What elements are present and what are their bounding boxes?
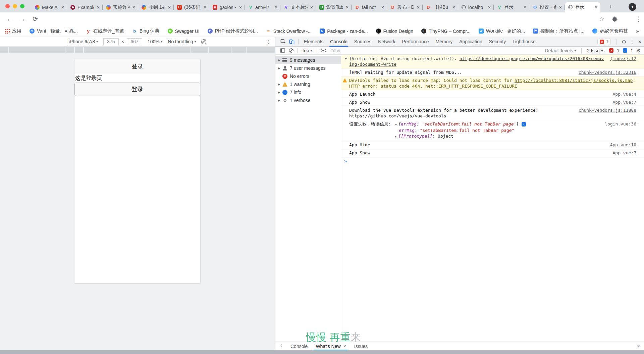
- devtools-menu-kebab-icon[interactable]: ⋮: [630, 39, 635, 45]
- browser-tab[interactable]: Make A✕: [32, 2, 67, 12]
- inspect-element-icon[interactable]: [279, 37, 287, 46]
- bookmark-item[interactable]: PPHP 设计模式说明...: [208, 28, 258, 34]
- live-expression-eye-icon[interactable]: [319, 46, 328, 55]
- source-link[interactable]: login.vue:36: [605, 121, 636, 127]
- collapse-arrow-icon[interactable]: ▼: [395, 123, 397, 126]
- bookmark-item[interactable]: FFusion Design: [376, 29, 414, 34]
- tab-close-icon[interactable]: ✕: [203, 5, 207, 10]
- source-link[interactable]: (index):12: [610, 56, 636, 61]
- console-message-log[interactable]: App.vue:7 App Show: [341, 98, 644, 106]
- console-sidebar-item[interactable]: ✕No errors: [275, 72, 341, 80]
- drawer-close-icon[interactable]: ✕: [637, 344, 644, 349]
- browser-tab[interactable]: Vantv-l7✕: [245, 2, 280, 12]
- execution-context-select[interactable]: top▾: [300, 48, 315, 53]
- expand-arrow-icon[interactable]: ▶: [278, 67, 282, 70]
- bookmark-item[interactable]: ≡Stack Overflow -...: [266, 29, 312, 34]
- console-sidebar-toggle-icon[interactable]: [278, 46, 287, 55]
- tab-search-button[interactable]: ▾: [629, 3, 636, 11]
- device-select[interactable]: iPhone 6/7/8▾: [69, 39, 98, 44]
- console-sidebar-item[interactable]: ▶⚙1 verbose: [275, 96, 341, 104]
- devtools-settings-gear-icon[interactable]: ⚙: [622, 39, 626, 45]
- evaluated-info-icon[interactable]: i: [522, 122, 526, 127]
- expand-arrow-icon[interactable]: ▶: [278, 99, 282, 102]
- console-message-log[interactable]: App.vue:4 App Launch: [341, 90, 644, 98]
- bookmark-item[interactable]: NPackage - zan-de...: [320, 29, 368, 34]
- forward-button[interactable]: →: [17, 12, 28, 26]
- tab-close-icon[interactable]: ✕: [239, 5, 242, 10]
- console-message-log[interactable]: App.vue:10 App Hide: [341, 141, 644, 149]
- tab-close-icon[interactable]: ✕: [168, 5, 171, 10]
- devtools-tab-network[interactable]: Network: [375, 37, 398, 47]
- message-link[interactable]: https://github.com/vuejs/vue-devtools: [349, 113, 446, 118]
- devtools-tab-elements[interactable]: Elements: [301, 37, 327, 47]
- object-prototype-row[interactable]: ▶[[Prototype]]: Object: [395, 133, 636, 140]
- tab-close-icon[interactable]: ✕: [97, 5, 100, 10]
- tab-close-icon[interactable]: ✕: [132, 5, 136, 10]
- console-settings-gear-icon[interactable]: ⚙: [637, 48, 641, 54]
- source-link[interactable]: App.vue:4: [613, 91, 636, 97]
- tab-close-icon[interactable]: ✕: [559, 5, 562, 10]
- browser-tab[interactable]: 收到 1封✕: [138, 2, 174, 12]
- back-button[interactable]: ←: [4, 12, 15, 26]
- devtools-close-icon[interactable]: ✕: [638, 39, 642, 44]
- expand-arrow-icon[interactable]: ▶: [278, 83, 282, 86]
- media-query-ruler[interactable]: [0, 47, 275, 53]
- console-message-warning[interactable]: ! DevTools failed to load source map: Co…: [341, 77, 644, 90]
- maximize-window-button[interactable]: [20, 4, 24, 8]
- bookmark-item[interactable]: SSwagger UI: [168, 29, 200, 34]
- console-message-log[interactable]: chunk-vendors.js:32316 [HMR] Waiting for…: [341, 68, 644, 77]
- message-link[interactable]: http://localhost:8081/static/js/sockjs.j…: [515, 78, 633, 83]
- throttle-select[interactable]: No throttling▾: [168, 39, 196, 44]
- browser-tab[interactable]: localho✕: [458, 2, 494, 12]
- bookmark-item[interactable]: VVant - 轻量、可靠...: [30, 28, 78, 34]
- devtools-tab-performance[interactable]: Performance: [398, 37, 432, 47]
- console-sidebar-item[interactable]: ▶9 messages: [275, 56, 341, 64]
- console-message-log[interactable]: chunk-vendors.js:11888 Download the Vue …: [341, 106, 644, 120]
- mobile-login-button[interactable]: 登录: [74, 83, 200, 96]
- browser-tab[interactable]: C(36条消✕: [174, 2, 209, 12]
- browser-tab-active[interactable]: 登录✕: [565, 2, 600, 12]
- browser-tab[interactable]: Dfail not✕: [352, 2, 387, 12]
- reload-button[interactable]: ⟳: [30, 12, 41, 26]
- bookmark-item[interactable]: y在线翻译_有道: [86, 28, 124, 34]
- browser-tab[interactable]: U设置Tab✕: [316, 2, 352, 12]
- tab-close-icon[interactable]: ✕: [488, 5, 491, 10]
- bookmark-star-icon[interactable]: ☆: [596, 12, 607, 26]
- expand-arrow-icon[interactable]: ▶: [278, 91, 282, 94]
- expand-arrow-icon[interactable]: ▶: [278, 59, 282, 62]
- browser-tab[interactable]: ngaxios -✕: [209, 2, 245, 12]
- drawer-kebab-icon[interactable]: ⋮: [275, 343, 286, 349]
- tab-close-icon[interactable]: ✕: [61, 5, 64, 10]
- device-width-input[interactable]: [103, 38, 119, 45]
- bookmark-item[interactable]: 应用: [5, 28, 21, 34]
- console-message-object[interactable]: login.vue:36 设置失败，错误信息: ▼{errMsg: 'setTa…: [341, 120, 644, 141]
- expand-arrow-icon[interactable]: ▶: [395, 135, 396, 138]
- source-link[interactable]: chunk-vendors.js:32316: [579, 69, 636, 75]
- console-message-violation[interactable]: ▶ (index):12 [Violation] Avoid using doc…: [341, 55, 644, 68]
- console-sidebar-item[interactable]: ▶7 user messages: [275, 64, 341, 72]
- toggle-device-toolbar-icon[interactable]: [287, 37, 296, 46]
- source-link[interactable]: App.vue:7: [613, 99, 636, 105]
- tab-close-icon[interactable]: ✕: [594, 5, 598, 10]
- console-sidebar-item[interactable]: ▶i7 info: [275, 88, 341, 96]
- browser-tab[interactable]: V文本标注✕: [280, 2, 316, 12]
- devtools-tab-application[interactable]: Application: [456, 37, 486, 47]
- source-link[interactable]: App.vue:10: [610, 142, 636, 148]
- bookmark-item[interactable]: 控控制台：所有站点 |...: [533, 28, 584, 34]
- devtools-tab-sources[interactable]: Sources: [351, 37, 375, 47]
- devtools-tab-memory[interactable]: Memory: [432, 37, 456, 47]
- bookmark-item[interactable]: TTinyPNG – Compr...: [421, 29, 471, 34]
- console-sidebar-item[interactable]: ▶!1 warning: [275, 80, 341, 88]
- browser-tab[interactable]: D发布 - D✕: [387, 2, 423, 12]
- tab-close-icon[interactable]: ✕: [310, 5, 313, 10]
- expand-arrow-icon[interactable]: ▶: [345, 56, 347, 61]
- rotate-device-icon[interactable]: [201, 39, 206, 44]
- devtools-tab-security[interactable]: Security: [486, 37, 509, 47]
- minimize-window-button[interactable]: [13, 4, 17, 8]
- log-levels-select[interactable]: Default levels▾: [545, 48, 576, 53]
- tab-close-icon[interactable]: ✕: [417, 5, 420, 10]
- source-link[interactable]: App.vue:7: [613, 150, 636, 156]
- clear-console-icon[interactable]: [287, 46, 296, 55]
- browser-tab[interactable]: 实施许可✕: [103, 2, 138, 12]
- tab-close-icon[interactable]: ✕: [345, 5, 349, 10]
